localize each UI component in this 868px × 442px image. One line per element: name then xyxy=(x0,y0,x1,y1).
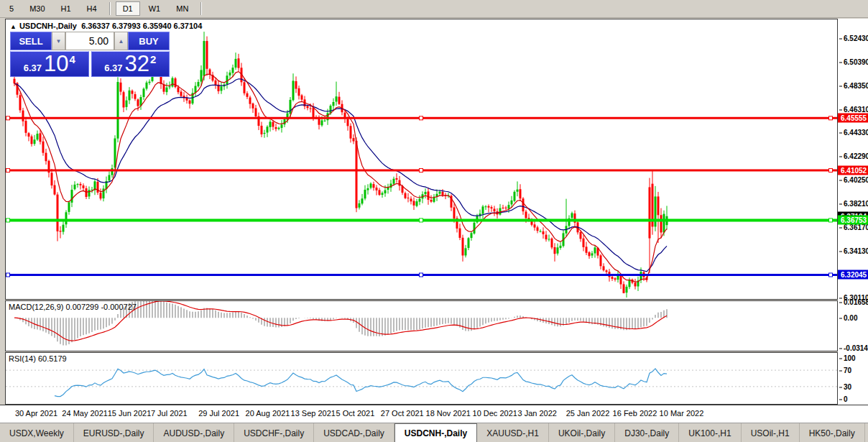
candle-body xyxy=(606,270,608,272)
timeframe-button-w1[interactable]: W1 xyxy=(142,1,168,16)
candle-body xyxy=(272,122,274,127)
timeframe-button-h1[interactable]: H1 xyxy=(54,1,78,16)
line-handle[interactable] xyxy=(6,169,10,172)
line-handle[interactable] xyxy=(420,116,423,120)
timeframe-button-m5[interactable]: 5 xyxy=(2,1,21,16)
one-click-trading-widget: SELL ▼ 5.00 ▲ BUY 6.37 10 4 6.37 32 2 xyxy=(10,32,170,77)
line-handle[interactable] xyxy=(829,273,833,277)
line-handle[interactable] xyxy=(420,273,423,277)
candle-body xyxy=(307,106,309,108)
line-handle[interactable] xyxy=(829,116,833,120)
line-handle[interactable] xyxy=(829,218,833,222)
candle-body xyxy=(494,209,496,212)
rsi-subwindow[interactable]: RSI(14) 60.5179 xyxy=(5,352,838,405)
candle-body xyxy=(166,88,168,92)
timeframe-button-mn[interactable]: MN xyxy=(169,1,195,16)
macd-subwindow[interactable]: MACD(12,26,9) 0.007299 -0.000727 xyxy=(5,300,838,351)
candle-body xyxy=(28,133,30,137)
candle-body xyxy=(588,252,591,256)
candle-body xyxy=(416,201,418,206)
timeframe-button-h4[interactable]: H4 xyxy=(80,1,104,16)
buy-button[interactable]: BUY xyxy=(128,32,170,50)
chart-tab-usdcnh-daily[interactable]: USDCNH-,Daily xyxy=(394,423,477,442)
spread-decrease-button[interactable]: ▼ xyxy=(52,32,65,50)
candle-body xyxy=(407,198,410,198)
collapse-triangle-icon[interactable]: ▲ xyxy=(10,23,17,30)
line-handle[interactable] xyxy=(6,273,10,277)
candle-body xyxy=(80,184,82,185)
timeframe-button-m30[interactable]: M30 xyxy=(22,1,52,16)
line-handle[interactable] xyxy=(6,218,10,222)
candle-body xyxy=(384,190,387,193)
candle-body xyxy=(267,126,269,132)
chart-tab-dj30-daily[interactable]: DJ30-,Daily xyxy=(615,423,679,442)
chart-tab-ukoil-daily[interactable]: UKOil-,Daily xyxy=(549,423,615,442)
candle-body xyxy=(338,97,341,104)
candle-body xyxy=(353,138,355,141)
line-handle[interactable] xyxy=(420,218,423,222)
candle-body xyxy=(198,82,200,86)
candle-body xyxy=(471,233,473,238)
candle-body xyxy=(359,203,361,208)
candle-body xyxy=(594,247,596,253)
line-handle[interactable] xyxy=(6,116,10,120)
candle-body xyxy=(88,190,91,196)
candle-body xyxy=(459,229,461,238)
candle-body xyxy=(163,84,165,91)
rsi-chart-canvas[interactable] xyxy=(6,353,837,404)
price-axis-tick: 0.016586 xyxy=(839,298,868,306)
candle-body xyxy=(660,215,662,232)
candle-body xyxy=(367,188,369,190)
candle-body xyxy=(548,239,550,239)
candle-body xyxy=(560,246,562,248)
timeframe-button-d1[interactable]: D1 xyxy=(116,1,140,16)
chart-tab-eurusd-daily[interactable]: EURUSD-,Daily xyxy=(74,423,154,442)
candle-body xyxy=(238,58,240,68)
sell-price-main: 10 xyxy=(44,53,68,75)
chart-tab-xauusd-h1[interactable]: XAUUSD-,H1 xyxy=(477,423,549,442)
candle-body xyxy=(370,183,372,188)
sell-price-box[interactable]: 6.37 10 4 xyxy=(10,51,89,77)
candle-body xyxy=(235,59,237,68)
buy-price-box[interactable]: 6.37 32 2 xyxy=(91,51,170,77)
rsi-label: RSI(14) 60.5179 xyxy=(9,354,67,363)
candle-body xyxy=(77,184,79,185)
chart-tab-usdx-weekly[interactable]: USDX,Weekly xyxy=(0,423,74,442)
rsi-line xyxy=(55,369,667,397)
price-axis-tick: 30 xyxy=(839,382,851,390)
chart-tab-uk100-h1[interactable]: UK100-,H1 xyxy=(679,423,741,442)
chart-tab-usoil-h1[interactable]: USOil-,H1 xyxy=(742,423,800,442)
candle-body xyxy=(255,108,257,116)
candle-body xyxy=(350,126,352,138)
candle-body xyxy=(336,96,338,101)
volume-field[interactable]: 5.00 xyxy=(65,32,114,50)
chart-tab-usdchf-daily[interactable]: USDCHF-,Daily xyxy=(234,423,314,442)
candle-body xyxy=(580,232,582,239)
candle-body xyxy=(206,41,208,69)
candle-body xyxy=(419,198,421,201)
candle-body xyxy=(301,96,303,100)
candle-body xyxy=(522,198,525,211)
candle-body xyxy=(488,206,490,208)
buy-price-main: 32 xyxy=(124,53,149,75)
candle-body xyxy=(19,95,22,110)
price-axis[interactable]: 6.524306.503906.483506.463106.443306.422… xyxy=(838,19,868,405)
time-axis[interactable]: 30 Apr 202124 May 202115 Jun 20217 Jul 2… xyxy=(0,405,868,423)
price-level-tag: 6.36753 xyxy=(838,216,868,225)
chart-symbol-period: USDCNH-,Daily xyxy=(19,22,77,30)
date-axis-label: 7 Jul 2021 xyxy=(151,409,188,418)
chart-tab-hk50-daily[interactable]: HK50-,Daily xyxy=(800,423,865,442)
macd-label: MACD(12,26,9) 0.007299 -0.000727 xyxy=(9,303,137,311)
main-chart-panel[interactable]: ▲USDCNH-,Daily 6.36337 6.37993 6.35940 6… xyxy=(5,19,838,300)
candle-body xyxy=(321,120,323,125)
line-handle[interactable] xyxy=(829,169,833,172)
candle-body xyxy=(129,91,131,101)
spread-increase-button[interactable]: ▲ xyxy=(114,32,128,50)
chart-tab-usdcad-daily[interactable]: USDCAD-,Daily xyxy=(314,423,394,442)
candle-body xyxy=(474,223,476,234)
candle-body xyxy=(40,133,42,142)
candle-body xyxy=(131,91,134,93)
line-handle[interactable] xyxy=(420,169,423,172)
chart-tab-audusd-daily[interactable]: AUDUSD-,Daily xyxy=(154,423,234,442)
sell-button[interactable]: SELL xyxy=(10,32,52,50)
